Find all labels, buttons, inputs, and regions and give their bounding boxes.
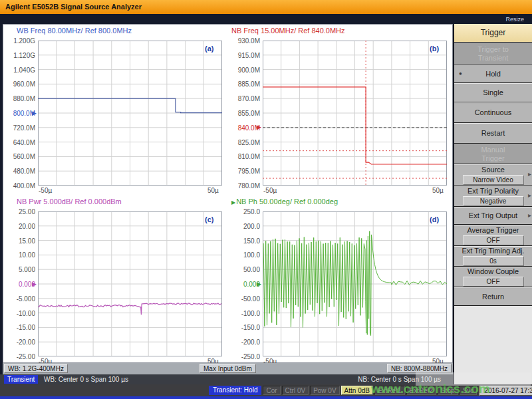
window-title: Agilent E5052B Signal Source Analyzer [0, 0, 532, 14]
menu-item-label: Manual [481, 146, 505, 154]
chart-d-ytick: -150.0 [229, 324, 260, 331]
chart-d-ytick: 200.0 [229, 223, 260, 230]
chart-c-plot [38, 211, 222, 356]
menu-item-label: Ext Trig Polarity [467, 187, 519, 196]
chart-c-ref-marker-icon: ▶ [32, 281, 37, 287]
chart-a-xtick-min: -50µ [39, 187, 52, 194]
menu-item-restart[interactable]: Restart [454, 123, 532, 144]
submenu-arrow-icon: ▸ [528, 192, 531, 199]
chart-b-ytick: 810.0M [229, 153, 260, 160]
chart-c-ytick: -15.00 [5, 324, 35, 331]
status-segment-svc: Svc [460, 386, 477, 395]
chart-b-ytick: 825.0M [229, 139, 260, 146]
menu-item-value: OFF [463, 235, 524, 245]
chart-b-corner-label: (b) [430, 45, 439, 53]
chart-d-ytick: -50.00 [229, 295, 260, 303]
chart-c-title: NB Pwr 5.000dB/ Ref 0.000dBm [17, 198, 122, 205]
chart-c-corner-label: (c) [205, 215, 213, 223]
resize-control[interactable]: Resize [505, 16, 524, 23]
submenu-arrow-icon: ▸ [528, 211, 531, 219]
chart-a-ytick: 960.0M [5, 80, 35, 88]
status-segment-ctrl-0v: Ctrl 0V [282, 386, 309, 395]
menu-item-window-couple[interactable]: Window CoupleOFF [454, 267, 532, 287]
status-segment-stop: Stop [438, 386, 458, 395]
chart-a-corner-label: (a) [205, 45, 213, 53]
wb-span-text: WB: Center 0 s Span 100 µs [44, 374, 128, 384]
menu-item-return[interactable]: Return [454, 287, 532, 306]
range-info-bar: WB: 1.2G-400MHz Max Input 0dBm NB: 800M-… [3, 363, 453, 374]
chart-b-ytick: 840.0M [229, 124, 260, 132]
menu-item-hold[interactable]: Hold● [454, 65, 532, 83]
chart-b-ytick: 885.0M [229, 80, 260, 88]
chart-a-ytick: 480.0M [5, 168, 35, 175]
menu-item-label: Average Trigger [467, 226, 519, 235]
menu-item-single[interactable]: Single [454, 83, 532, 102]
datetime-display: 2016-07-27 17:37 [479, 386, 532, 396]
chart-a-ytick: 800.0M [5, 110, 35, 117]
menu-item-label: Window Couple [467, 267, 519, 276]
menu-item-label: Restart [481, 129, 505, 138]
active-trace-icon: ▶ [231, 200, 235, 205]
status-bar: Transient: Hold CorCtrl 0VPow 0VAttn 0dB… [0, 384, 532, 396]
menu-item-label: Trigger [481, 154, 504, 163]
selected-bullet-icon: ● [459, 70, 462, 76]
menu-item-ext-trig-polarity[interactable]: Ext Trig PolarityNegative▸ [454, 186, 532, 207]
nb-range-box: NB: 800M-880MHz [387, 364, 452, 373]
chart-d-plot [263, 211, 447, 356]
menu-item-label: Transient [478, 54, 508, 63]
chart-d-ytick: -250.0 [229, 353, 260, 360]
chart-b-ref-marker-icon: ▶ [257, 124, 261, 130]
chart-b-title: NB Freq 15.00MHz/ Ref 840.0MHz [231, 27, 345, 35]
menu-item-value: Narrow Video [463, 175, 524, 185]
chart-c-ytick: -25.00 [5, 353, 35, 360]
chart-b-title-text: NB Freq 15.00MHz/ Ref 840.0MHz [231, 27, 345, 35]
menu-item-label: Hold [485, 70, 501, 78]
chart-c-title-text: NB Pwr 5.000dB/ Ref 0.000dBm [17, 198, 122, 205]
menu-item-label: Single [483, 88, 503, 97]
chart-c-ytick: -20.00 [5, 338, 35, 346]
trigger-mode-badge: Transient: Hold [209, 386, 261, 395]
chart-b-ytick: 900.0M [229, 66, 260, 74]
chart-d-ytick: 250.0 [229, 208, 260, 215]
chart-b-xtick-min: -50µ [263, 187, 277, 194]
chart-d-ytick: 50.00 [229, 266, 260, 273]
chart-a-ytick: 640.0M [5, 139, 35, 146]
chart-a-plot [38, 41, 222, 186]
chart-d-ytick: -100.0 [229, 310, 260, 317]
chart-a-title-text: WB Freq 80.00MHz/ Ref 800.0MHz [17, 27, 132, 35]
menu-item-label: Trigger to [477, 45, 509, 54]
chart-c-ytick: 20.00 [5, 223, 35, 230]
menu-item-label: Return [482, 293, 504, 301]
chart-d-ref-marker-icon: ▶ [257, 281, 261, 287]
menu-header-trigger: Trigger [454, 24, 532, 43]
chart-a-ref-marker-icon: ▶ [32, 110, 37, 116]
status-segment-pow-0v: Pow 0V [310, 386, 339, 395]
menu-item-continuous[interactable]: Continuous [454, 102, 532, 123]
status-segments: CorCtrl 0VPow 0VAttn 0dBExtRef1ExtRef2St… [261, 386, 477, 395]
menu-item-ext-trig-timing-adj[interactable]: Ext Trig Timing Adj.0s [454, 246, 532, 267]
menu-item-label: Ext Trig Output [469, 211, 517, 220]
chart-a-ytick: 720.0M [5, 124, 35, 132]
graph-area: WB Freq 80.00MHz/ Ref 800.0MHz1.200G1.12… [3, 24, 453, 363]
chart-d-ytick: 0.000 [229, 281, 260, 288]
menu-item-label: Continuous [475, 108, 512, 117]
chart-a-ytick: 880.0M [5, 95, 35, 102]
menu-item-ext-trig-output[interactable]: Ext Trig Output▸ [454, 207, 532, 225]
chart-b-ytick: 915.0M [229, 52, 260, 59]
chart-a-title: WB Freq 80.00MHz/ Ref 800.0MHz [17, 27, 132, 35]
chart-a-ytick: 1.040G [5, 66, 35, 74]
menu-item-source[interactable]: SourceNarrow Video▸ [454, 164, 532, 186]
menu-item-value: OFF [463, 277, 524, 287]
chart-d-ytick: 150.0 [229, 237, 260, 245]
chart-d-title: ▶NB Ph 50.00deg/ Ref 0.000deg [231, 198, 338, 205]
chart-d-corner-label: (d) [430, 215, 439, 223]
chart-c-ytick: 5.000 [5, 266, 35, 273]
menu-item-manual-trigger: ManualTrigger [454, 144, 532, 164]
chart-c-ytick: 15.00 [5, 237, 35, 245]
chart-b-xtick-max: 50µ [432, 187, 444, 194]
chart-a-ytick: 400.0M [5, 182, 35, 190]
chart-a-ytick: 1.200G [5, 37, 35, 45]
chart-c-ytick: 25.00 [5, 208, 35, 215]
menu-item-value: Negative [463, 196, 524, 206]
menu-item-average-trigger[interactable]: Average TriggerOFF [454, 225, 532, 246]
